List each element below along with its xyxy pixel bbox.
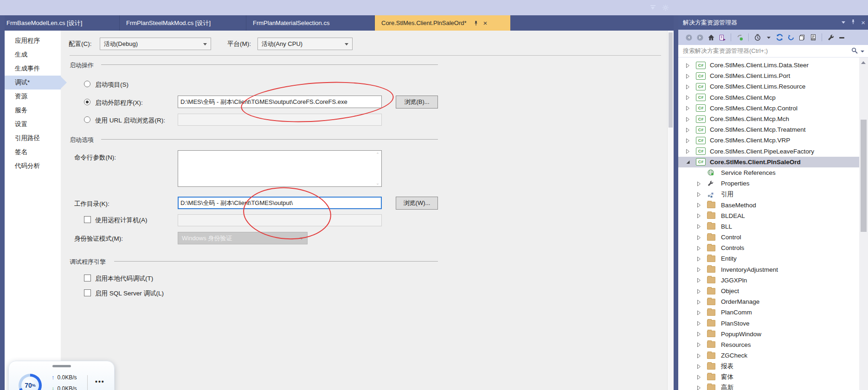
properties-nav-item-3[interactable]: 调试* <box>5 76 61 90</box>
tree-row-core-stlmes-client-plnsaleord[interactable]: C#Core.StlMes.Client.PlnSaleOrd <box>678 157 859 167</box>
use-remote-machine-checkbox[interactable] <box>84 216 91 223</box>
expander-collapsed-icon[interactable] <box>686 117 690 121</box>
tree-row-inventoryadjustment[interactable]: InventoryAdjustment <box>678 264 859 275</box>
tree-row-control[interactable]: Control <box>678 232 859 243</box>
tree-row-resources[interactable]: Resources <box>678 339 859 350</box>
tab-overflow-icon[interactable] <box>649 4 656 11</box>
properties-nav-item-9[interactable]: 代码分析 <box>5 159 61 173</box>
tree-row-planstove[interactable]: PlanStove <box>678 318 859 329</box>
expander-collapsed-icon[interactable] <box>697 364 701 369</box>
tree-row-core-stlmes-client-lims-port[interactable]: C#Core.StlMes.Client.Lims.Port <box>678 70 859 81</box>
expander-collapsed-icon[interactable] <box>697 353 701 358</box>
expander-collapsed-icon[interactable] <box>697 289 701 294</box>
properties-nav-item-7[interactable]: 引用路径 <box>5 131 61 145</box>
expander-collapsed-icon[interactable] <box>697 246 701 250</box>
expander-collapsed-icon[interactable] <box>697 181 701 186</box>
pin-icon[interactable] <box>850 19 856 26</box>
expander-expanded-icon[interactable] <box>686 160 690 164</box>
more-options-button[interactable]: ••• <box>95 378 105 385</box>
command-line-args-textarea[interactable]: ⌃ ⌄ <box>178 150 382 187</box>
tree-row-entity[interactable]: Entity <box>678 253 859 264</box>
close-icon[interactable]: × <box>861 19 865 26</box>
document-tab-0[interactable]: FrmBaseModelLen.cs [设计] <box>0 15 120 31</box>
config-dropdown[interactable]: 活动(Debug) <box>100 38 211 50</box>
pin-icon[interactable] <box>473 20 479 26</box>
properties-nav-item-1[interactable]: 生成 <box>5 48 61 62</box>
tree-row-jggxpln[interactable]: JGGXPln <box>678 275 859 286</box>
start-external-program-radio[interactable] <box>84 99 90 105</box>
start-url-radio[interactable] <box>84 116 90 123</box>
tree-row-basemethod[interactable]: BaseMethod <box>678 199 859 210</box>
scroll-up-icon[interactable]: ⌃ <box>375 153 380 156</box>
expander-collapsed-icon[interactable] <box>697 385 701 390</box>
external-program-input[interactable]: D:\MES\全码 - 副本\Client\TGMES\output\CoreF… <box>178 96 382 108</box>
tree-row--[interactable]: 高新 <box>678 383 859 390</box>
tree-row-properties[interactable]: Properties <box>678 178 859 189</box>
window-position-icon[interactable] <box>842 21 845 24</box>
tree-row--[interactable]: 报表 <box>678 361 859 371</box>
enable-sql-debug-checkbox[interactable] <box>84 289 91 296</box>
preview-selected-items-icon[interactable] <box>809 33 817 41</box>
refresh-pair-icon[interactable] <box>776 33 784 41</box>
expander-collapsed-icon[interactable] <box>686 74 690 78</box>
collapse-all-icon[interactable] <box>838 33 846 41</box>
start-project-radio[interactable] <box>84 81 90 87</box>
expander-collapsed-icon[interactable] <box>686 84 690 89</box>
remote-machine-input[interactable] <box>178 214 382 226</box>
expander-collapsed-icon[interactable] <box>697 375 701 379</box>
tab-options-gear-icon[interactable] <box>662 4 669 11</box>
tree-row--[interactable]: 窗体 <box>678 371 859 382</box>
start-url-input[interactable] <box>178 114 382 126</box>
expander-collapsed-icon[interactable] <box>686 149 690 153</box>
expander-collapsed-icon[interactable] <box>686 106 690 110</box>
tree-row-service-references[interactable]: Service References <box>678 167 859 178</box>
back-icon[interactable] <box>685 33 693 41</box>
expander-collapsed-icon[interactable] <box>697 310 701 315</box>
scrollbar-thumb[interactable] <box>669 32 673 128</box>
expander-collapsed-icon[interactable] <box>697 300 701 304</box>
forward-icon[interactable] <box>696 33 704 41</box>
expander-collapsed-icon[interactable] <box>686 95 690 100</box>
enable-native-debug-checkbox[interactable] <box>84 275 91 281</box>
properties-nav-item-4[interactable]: 资源 <box>5 90 61 103</box>
document-tab-3[interactable]: Core.StlMes.Client.PlnSaleOrd*× <box>375 15 510 31</box>
scrollbar-thumb[interactable] <box>861 120 867 232</box>
document-tab-1[interactable]: FrmPlanSteelMakMod.cs [设计] <box>120 15 246 31</box>
home-icon[interactable] <box>707 33 715 41</box>
expander-collapsed-icon[interactable] <box>697 213 701 218</box>
expander-collapsed-icon[interactable] <box>697 224 701 229</box>
memory-gauge[interactable]: 70% <box>19 374 42 390</box>
close-icon[interactable]: × <box>483 19 488 26</box>
tree-row-core-stlmes-client-mcp[interactable]: C#Core.StlMes.Client.Mcp <box>678 92 859 103</box>
platform-dropdown[interactable]: 活动(Any CPU) <box>257 38 353 50</box>
dropdown-chevron-icon[interactable] <box>765 33 772 41</box>
net-speed-widget[interactable]: 70% ↑ 0.0KB/s ↓ 0.0KB/s ••• <box>8 361 115 390</box>
scroll-down-icon[interactable]: ⌄ <box>375 181 380 185</box>
tree-row-bldeal[interactable]: BLDEAL <box>678 211 859 221</box>
tree-vertical-scrollbar[interactable] <box>859 58 868 390</box>
tree-row-core-stlmes-client-mcp-treatment[interactable]: C#Core.StlMes.Client.Mcp.Treatment <box>678 124 859 135</box>
document-tab-2[interactable]: FrmPlanMaterialSelection.cs <box>246 15 375 31</box>
search-icon[interactable] <box>851 47 858 55</box>
expander-collapsed-icon[interactable] <box>686 128 690 132</box>
tree-row-core-stlmes-client-mcp-control[interactable]: C#Core.StlMes.Client.Mcp.Control <box>678 103 859 114</box>
timer-filter-icon[interactable] <box>753 33 761 41</box>
properties-wrench-icon[interactable] <box>827 33 835 41</box>
tree-row-core-stlmes-client-lims-resource[interactable]: C#Core.StlMes.Client.Lims.Resource <box>678 81 859 92</box>
properties-nav-item-8[interactable]: 签名 <box>5 145 61 159</box>
tree-row-plancomm[interactable]: PlanComm <box>678 307 859 318</box>
expander-collapsed-icon[interactable] <box>686 138 690 143</box>
show-all-files-icon[interactable] <box>798 33 806 41</box>
expander-collapsed-icon[interactable] <box>697 342 701 347</box>
tree-row-core-stlmes-client-pipeleavefactory[interactable]: C#Core.StlMes.Client.PipeLeaveFactory <box>678 146 859 157</box>
tree-row-core-stlmes-client-mcp-vrp[interactable]: C#Core.StlMes.Client.Mcp.VRP <box>678 135 859 146</box>
tree-row-bll[interactable]: BLL <box>678 221 859 232</box>
properties-nav-item-5[interactable]: 服务 <box>5 103 61 117</box>
refresh-icon[interactable] <box>787 33 795 41</box>
expander-collapsed-icon[interactable] <box>697 332 701 336</box>
expander-collapsed-icon[interactable] <box>697 267 701 272</box>
expander-collapsed-icon[interactable] <box>697 203 701 207</box>
expander-collapsed-icon[interactable] <box>697 278 701 282</box>
tree-row-core-stlmes-client-lims-data-steer[interactable]: C#Core.StlMes.Client.Lims.Data.Steer <box>678 60 859 70</box>
expander-collapsed-icon[interactable] <box>697 256 701 261</box>
